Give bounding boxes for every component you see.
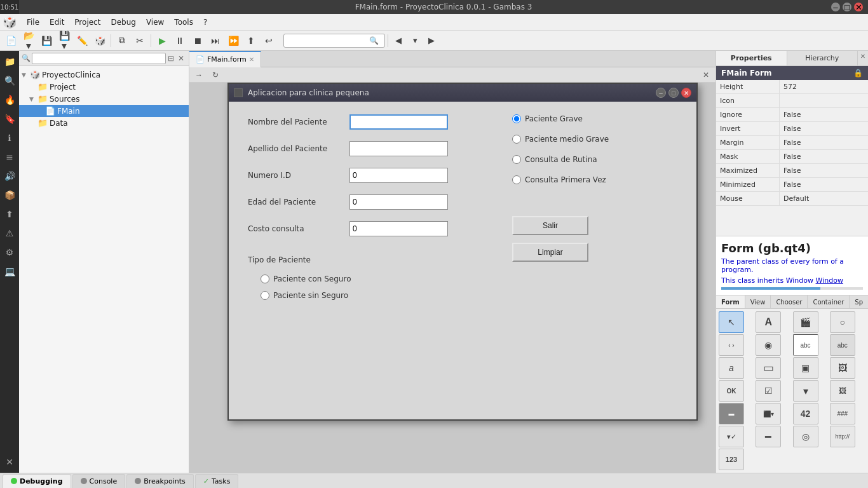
prop-value-mouse[interactable]: Default: [780, 192, 868, 205]
prop-value-margin[interactable]: False: [780, 136, 868, 149]
widget-textbox2[interactable]: abc: [830, 334, 855, 356]
widget-bar2[interactable]: ⬛▾: [756, 403, 781, 424]
menu-file[interactable]: File: [22, 17, 44, 28]
widget-bar[interactable]: ▬: [719, 403, 744, 424]
saveas-button[interactable]: 💾▼: [56, 32, 72, 49]
widget-tab-view[interactable]: View: [745, 295, 771, 308]
sidebar-up-icon[interactable]: ⬆: [1, 206, 18, 222]
new-button[interactable]: 📄: [3, 32, 19, 49]
widget-url[interactable]: http://: [830, 426, 855, 447]
widget-cursor[interactable]: ↖: [719, 311, 744, 333]
form-gb-link-url[interactable]: Window: [816, 276, 843, 285]
radio-grave-input[interactable]: [512, 114, 521, 123]
status-tab-console[interactable]: Console: [72, 474, 126, 488]
run-button[interactable]: ▶: [154, 32, 170, 49]
widget-chevrons[interactable]: ‹ ›: [719, 334, 744, 356]
form-close-btn[interactable]: ✕: [681, 88, 691, 98]
menu-help[interactable]: ?: [198, 17, 212, 28]
prop-value-invert[interactable]: False: [780, 122, 868, 135]
widget-dropdown[interactable]: ▾: [793, 380, 818, 402]
back-button[interactable]: ◀: [391, 33, 406, 48]
tree-item-data[interactable]: 📁 Data: [19, 117, 189, 129]
radio-con-seguro-input[interactable]: [261, 274, 269, 283]
prop-value-height[interactable]: 572: [780, 80, 868, 93]
radio-primera-vez-input[interactable]: [512, 175, 521, 184]
widget-label[interactable]: A: [756, 311, 781, 333]
search-input[interactable]: [287, 37, 369, 44]
right-panel-close[interactable]: ✕: [858, 51, 868, 61]
minimize-button[interactable]: –: [831, 3, 840, 11]
widget-tab-form[interactable]: Form: [716, 295, 745, 308]
menu-tools[interactable]: Tools: [169, 17, 198, 28]
input-numeroid[interactable]: [349, 168, 448, 183]
tab-close-button[interactable]: ✕: [249, 56, 254, 63]
gambas-btn[interactable]: 🎲: [92, 32, 108, 49]
tab-tb-refresh[interactable]: ↻: [208, 69, 222, 81]
widget-grid-btn[interactable]: ###: [830, 403, 855, 424]
widget-rect[interactable]: ▭: [756, 357, 781, 379]
tree-item-fmain[interactable]: 📄 FMain: [19, 105, 189, 117]
form-minimize-btn[interactable]: –: [656, 88, 666, 98]
prop-value-minimized[interactable]: False: [780, 178, 868, 191]
stop-button[interactable]: ⏹: [189, 32, 206, 49]
cut-button[interactable]: ✂: [132, 32, 148, 49]
project-search-input[interactable]: [32, 53, 166, 64]
step-next-button[interactable]: ⏭: [207, 32, 224, 49]
menu-debug[interactable]: Debug: [105, 17, 140, 28]
sidebar-search-icon[interactable]: 🔍: [1, 72, 18, 89]
widget-ok-btn[interactable]: OK: [719, 380, 744, 402]
widget-movie[interactable]: 🎬: [793, 311, 818, 333]
sidebar-settings-icon[interactable]: ⚙: [1, 244, 18, 261]
sidebar-list-icon[interactable]: ≡: [1, 149, 18, 165]
input-apellido[interactable]: [349, 141, 448, 156]
radio-medio-grave-input[interactable]: [512, 135, 521, 144]
step-in-button[interactable]: ⏩: [225, 32, 241, 49]
limpiar-button[interactable]: Limpiar: [512, 243, 588, 262]
tab-close-x[interactable]: ✕: [699, 69, 713, 81]
restart-button[interactable]: ↩: [261, 32, 277, 49]
sidebar-terminal-icon[interactable]: 💻: [1, 263, 18, 280]
widget-rect2[interactable]: ▣: [793, 357, 818, 379]
tab-hierarchy[interactable]: Hierarchy: [787, 51, 858, 65]
input-nombre[interactable]: [349, 114, 448, 130]
tab-tb-arrow[interactable]: →: [192, 69, 206, 81]
search-box[interactable]: 🔍: [283, 34, 385, 48]
form-gb-link[interactable]: This class inherits Window Window: [721, 276, 863, 285]
prop-value-maximized[interactable]: False: [780, 164, 868, 177]
tree-item-root[interactable]: ▼ 🎲 ProyectoClinica: [19, 69, 189, 81]
prop-value-icon[interactable]: [780, 94, 868, 107]
widget-tab-sp[interactable]: Sp: [850, 295, 868, 308]
panel-close-button[interactable]: ✕: [176, 53, 186, 64]
salir-button[interactable]: Salir: [512, 216, 588, 235]
input-edad[interactable]: [349, 194, 448, 210]
sidebar-project-icon[interactable]: 📁: [1, 53, 18, 70]
sidebar-bookmark-icon[interactable]: 🔖: [1, 111, 18, 127]
pause-button[interactable]: ⏸: [172, 32, 188, 49]
tree-item-project[interactable]: 📁 Project: [19, 81, 189, 93]
tab-fmain-form[interactable]: 📄 FMain.form ✕: [189, 51, 261, 67]
prop-value-mask[interactable]: False: [780, 150, 868, 163]
sidebar-fire-icon[interactable]: 🔥: [1, 92, 18, 108]
status-tab-debugging[interactable]: Debugging: [3, 474, 71, 488]
widget-image[interactable]: 🖼: [830, 357, 855, 379]
widget-tab-chooser[interactable]: Chooser: [771, 295, 808, 308]
step-out-button[interactable]: ⬆: [243, 32, 259, 49]
widget-check[interactable]: ☑: [756, 380, 781, 402]
widget-spin[interactable]: 42: [793, 403, 818, 424]
copy-button[interactable]: ⧉: [114, 32, 130, 49]
menu-project[interactable]: Project: [69, 17, 105, 28]
tree-item-sources[interactable]: ▼ 📁 Sources: [19, 93, 189, 105]
sidebar-box-icon[interactable]: 📦: [1, 187, 18, 203]
widget-tab-container[interactable]: Container: [808, 295, 850, 308]
status-tab-tasks[interactable]: ✓ Tasks: [195, 474, 239, 488]
prop-value-ignore[interactable]: False: [780, 108, 868, 121]
close-button[interactable]: ✕: [854, 3, 863, 11]
maximize-button[interactable]: □: [843, 3, 851, 11]
widget-dial[interactable]: ◎: [793, 426, 818, 447]
widget-combo2[interactable]: ▾✓: [719, 426, 744, 447]
status-tab-breakpoints[interactable]: Breakpoints: [126, 474, 194, 488]
menu-view[interactable]: View: [141, 17, 169, 28]
tab-properties[interactable]: Properties: [716, 51, 787, 65]
input-costo[interactable]: [349, 221, 448, 236]
edit-button[interactable]: ✏️: [74, 32, 90, 49]
